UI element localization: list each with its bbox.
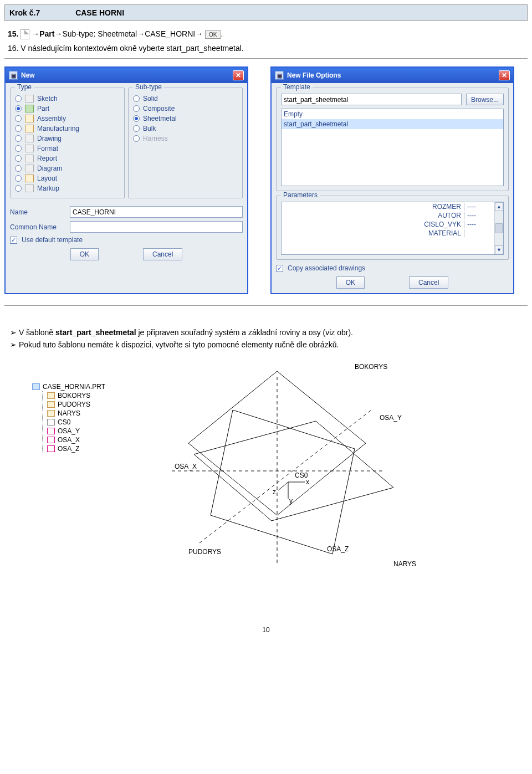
instr15-case: CASE_HORNI (145, 29, 195, 38)
common-name-input[interactable] (70, 221, 243, 233)
bullet-1: V šabloně start_part_sheetmetal je připr… (10, 328, 528, 337)
param-val[interactable] (464, 229, 492, 237)
close-icon[interactable]: ✕ (233, 70, 244, 80)
common-name-label: Common Name (10, 223, 65, 231)
cancel-button[interactable]: Cancel (409, 276, 448, 289)
arrow-icon: → (32, 29, 39, 38)
label-narys: NARYS (393, 560, 416, 568)
copy-drawings-row[interactable]: Copy associated drawings (276, 264, 509, 272)
param-name: CISLO_VYK (284, 221, 464, 228)
page-number: 10 (4, 626, 528, 634)
tree-item: OSA_X (47, 435, 105, 444)
scroll-up-icon[interactable]: ▲ (495, 202, 503, 211)
label-y: y (289, 497, 293, 505)
step-number: Krok č.7 (9, 8, 40, 17)
tree-item: OSA_Z (47, 444, 105, 453)
axis-osa-z (200, 410, 371, 543)
arrow-icon: → (195, 29, 203, 38)
type-format[interactable]: Format (15, 143, 120, 153)
bullet-2: Pokud tuto šablonu nemáte k dispozici, v… (10, 340, 528, 349)
label-osa-x: OSA_X (175, 463, 197, 470)
tree-item: BOKORYS (47, 391, 105, 400)
dialog-new-file-options: ▣ New File Options ✕ Template Browse... … (270, 66, 514, 294)
diagram-area: CASE_HORNIA.PRT BOKORYS PUDORYS NARYS CS… (4, 360, 528, 604)
close-icon[interactable]: ✕ (499, 70, 510, 80)
tree-root: CASE_HORNIA.PRT (32, 382, 105, 391)
plane-narys (211, 410, 355, 554)
tree-item: NARYS (47, 409, 105, 418)
label-osa-z: OSA_Z (327, 545, 349, 553)
subtype-composite[interactable]: Composite (133, 104, 238, 114)
instruction-15: 15. →Part→Sub-type: Sheetmetal→CASE_HORN… (8, 29, 528, 39)
type-layout[interactable]: Layout (15, 173, 120, 183)
label-bokorys: BOKORYS (355, 363, 387, 371)
ok-button[interactable]: OK (336, 276, 365, 289)
param-val[interactable]: ---- (464, 221, 492, 228)
ok-mini-button: OK (205, 30, 221, 39)
type-drawing[interactable]: Drawing (15, 134, 120, 143)
name-input[interactable] (70, 206, 243, 218)
scroll-thumb[interactable] (495, 223, 503, 233)
default-template-checkbox[interactable] (10, 237, 17, 244)
list-item[interactable]: Empty (282, 109, 503, 119)
parameters-legend: Parameters (281, 191, 320, 199)
label-osa-y: OSA_Y (380, 414, 402, 422)
dialogs-row: ▣ New ✕ Type Sketch Part Assembly Manufa… (4, 66, 528, 294)
markup-icon (25, 184, 34, 192)
label-pudorys: PUDORYS (188, 548, 221, 556)
subtype-harness: Harness (133, 134, 238, 143)
label-x: x (306, 478, 309, 486)
default-template-row[interactable]: Use default template (10, 236, 243, 244)
default-template-label: Use default template (22, 236, 83, 244)
layout-icon (25, 175, 34, 182)
instr15-period: . (221, 29, 223, 38)
datum-plane-icon (47, 410, 55, 417)
copy-drawings-label: Copy associated drawings (288, 264, 365, 272)
ok-button[interactable]: OK (70, 248, 99, 260)
param-name: ROZMER (284, 203, 464, 211)
param-name: AUTOR (284, 212, 464, 219)
type-assembly[interactable]: Assembly (15, 114, 120, 124)
subtype-bulk[interactable]: Bulk (133, 124, 238, 134)
subtype-legend: Sub-type (133, 83, 164, 91)
list-item[interactable]: start_part_sheetmetal (282, 119, 503, 129)
type-manufacturing[interactable]: Manufacturing (15, 124, 120, 134)
separator (4, 58, 528, 59)
tree-item: CS0 (47, 418, 105, 427)
parameter-list: ROZMER---- AUTOR---- CISLO_VYK---- MATER… (281, 202, 504, 255)
axis-icon (47, 437, 55, 443)
type-diagram[interactable]: Diagram (15, 163, 120, 173)
label-z: z (273, 488, 276, 496)
type-markup[interactable]: Markup (15, 183, 120, 193)
svg-line-2 (278, 482, 288, 490)
cancel-button[interactable]: Cancel (143, 248, 182, 260)
type-report[interactable]: Report (15, 153, 120, 163)
new-file-icon (21, 29, 29, 39)
tree-item: OSA_Y (47, 427, 105, 435)
subtype-groupbox: Sub-type Solid Composite Sheetmetal Bulk… (128, 88, 243, 198)
type-part[interactable]: Part (15, 104, 120, 114)
instr15-part: Part (39, 29, 54, 38)
browse-button[interactable]: Browse... (466, 94, 504, 105)
axis-icon (47, 428, 55, 434)
subtype-sheetmetal[interactable]: Sheetmetal (133, 114, 238, 124)
part-icon (32, 383, 40, 390)
scroll-down-icon[interactable]: ▼ (495, 245, 503, 254)
param-val[interactable]: ---- (464, 203, 492, 211)
dialog-new: ▣ New ✕ Type Sketch Part Assembly Manufa… (4, 66, 248, 294)
copy-drawings-checkbox[interactable] (276, 265, 283, 272)
template-listbox[interactable]: Empty start_part_sheetmetal (281, 109, 504, 186)
type-legend: Type (15, 83, 34, 91)
parameters-groupbox: Parameters ROZMER---- AUTOR---- CISLO_VY… (276, 196, 509, 260)
scrollbar[interactable]: ▲ ▼ (494, 202, 503, 254)
sketch-icon (25, 95, 34, 102)
param-val[interactable]: ---- (464, 212, 492, 219)
instruction-16: 16. V následujícím kontextovém okně vybe… (8, 44, 528, 53)
type-sketch[interactable]: Sketch (15, 94, 120, 104)
dialog-new-title: New (21, 71, 35, 79)
step-case: CASE HORNI (75, 8, 124, 17)
subtype-solid[interactable]: Solid (133, 94, 238, 104)
common-name-row: Common Name (10, 221, 243, 233)
instr15-num: 15. (8, 29, 18, 38)
template-input[interactable] (281, 94, 462, 105)
